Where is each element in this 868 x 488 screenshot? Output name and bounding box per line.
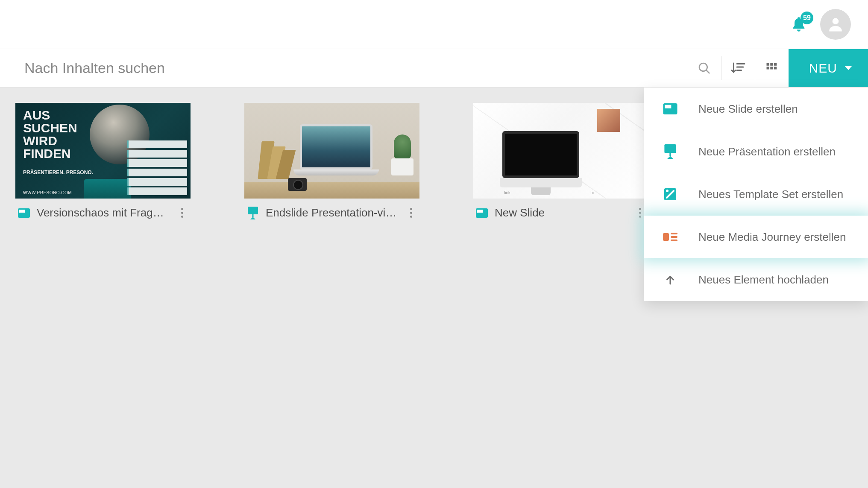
menu-item-new-slide[interactable]: Neue Slide erstellen bbox=[644, 88, 868, 130]
svg-marker-17 bbox=[250, 217, 255, 219]
svg-rect-14 bbox=[19, 210, 25, 213]
user-avatar[interactable] bbox=[820, 9, 851, 40]
svg-rect-29 bbox=[671, 236, 677, 238]
thumb-label-right: hi bbox=[590, 190, 594, 195]
svg-rect-16 bbox=[252, 214, 254, 217]
menu-item-new-presentation[interactable]: Neue Präsentation erstellen bbox=[644, 130, 868, 173]
thumb-subtitle: PRÄSENTIEREN. PRESONO. bbox=[23, 169, 93, 175]
sort-button[interactable] bbox=[721, 49, 755, 87]
content-card[interactable]: Endslide Presentation-vi… bbox=[244, 103, 419, 219]
svg-rect-30 bbox=[671, 240, 677, 241]
card-thumbnail: link hi bbox=[473, 103, 648, 199]
thumb-headline: AUS SUCHEN WIRD FINDEN bbox=[23, 109, 77, 160]
menu-item-label: Neues Element hochladen bbox=[698, 273, 829, 286]
grid-icon bbox=[765, 62, 778, 75]
search-icon bbox=[698, 61, 711, 75]
menu-item-label: Neues Template Set erstellen bbox=[698, 188, 843, 201]
menu-item-new-media-journey[interactable]: Neue Media Journey erstellen bbox=[644, 216, 868, 258]
presentation-icon bbox=[247, 207, 259, 219]
svg-rect-9 bbox=[774, 63, 777, 65]
svg-rect-8 bbox=[770, 63, 773, 65]
person-icon bbox=[826, 15, 845, 34]
svg-rect-21 bbox=[665, 105, 671, 108]
menu-item-label: Neue Media Journey erstellen bbox=[698, 231, 846, 244]
card-more-button[interactable] bbox=[405, 208, 417, 218]
toolbar-actions: NEU bbox=[688, 49, 868, 87]
notification-badge: 59 bbox=[801, 12, 813, 24]
svg-point-0 bbox=[833, 18, 839, 24]
svg-rect-7 bbox=[766, 63, 769, 65]
new-button-label: NEU bbox=[809, 61, 837, 76]
card-thumbnail: AUS SUCHEN WIRD FINDEN PRÄSENTIEREN. PRE… bbox=[15, 103, 191, 199]
svg-marker-24 bbox=[667, 156, 673, 159]
svg-rect-23 bbox=[669, 153, 671, 156]
svg-rect-27 bbox=[663, 233, 669, 241]
header-bar: 59 bbox=[0, 0, 868, 49]
card-title: New Slide bbox=[495, 206, 627, 219]
card-thumbnail bbox=[244, 103, 419, 199]
menu-item-upload-element[interactable]: Neues Element hochladen bbox=[644, 258, 868, 301]
view-grid-button[interactable] bbox=[755, 49, 789, 87]
thumb-footer: WWW.PRESONO.COM bbox=[23, 190, 72, 195]
svg-rect-12 bbox=[774, 67, 777, 69]
card-title: Endslide Presentation-vi… bbox=[266, 206, 398, 219]
new-dropdown: Neue Slide erstellen Neue Präsentation e… bbox=[644, 88, 868, 301]
card-more-button[interactable] bbox=[176, 208, 188, 218]
chevron-down-icon bbox=[845, 66, 852, 70]
sort-icon bbox=[730, 61, 746, 76]
svg-rect-28 bbox=[671, 233, 677, 234]
svg-rect-15 bbox=[248, 207, 258, 214]
template-icon bbox=[663, 187, 678, 202]
svg-rect-10 bbox=[766, 67, 769, 69]
search-button[interactable] bbox=[688, 49, 721, 87]
new-button[interactable]: NEU bbox=[789, 49, 868, 87]
slide-icon bbox=[663, 101, 678, 117]
svg-point-1 bbox=[699, 63, 707, 71]
presentation-icon bbox=[663, 144, 678, 159]
menu-item-label: Neue Slide erstellen bbox=[698, 102, 798, 116]
svg-point-26 bbox=[666, 190, 669, 192]
svg-rect-19 bbox=[477, 210, 483, 213]
svg-rect-11 bbox=[770, 67, 773, 69]
content-card[interactable]: AUS SUCHEN WIRD FINDEN PRÄSENTIEREN. PRE… bbox=[15, 103, 191, 219]
media-journey-icon bbox=[663, 229, 678, 245]
menu-item-new-template[interactable]: Neues Template Set erstellen bbox=[644, 173, 868, 216]
content-card[interactable]: link hi New Slide bbox=[473, 103, 648, 219]
menu-item-label: Neue Präsentation erstellen bbox=[698, 145, 836, 158]
card-title: Versionschaos mit Frag… bbox=[37, 206, 169, 219]
svg-rect-22 bbox=[664, 144, 676, 153]
notifications-button[interactable]: 59 bbox=[790, 16, 807, 33]
upload-icon bbox=[663, 272, 678, 287]
slide-icon bbox=[18, 207, 30, 219]
search-input[interactable] bbox=[23, 59, 688, 77]
toolbar: NEU bbox=[0, 49, 868, 88]
thumb-label-left: link bbox=[504, 190, 510, 195]
svg-line-2 bbox=[706, 70, 710, 73]
slide-icon bbox=[476, 207, 488, 219]
